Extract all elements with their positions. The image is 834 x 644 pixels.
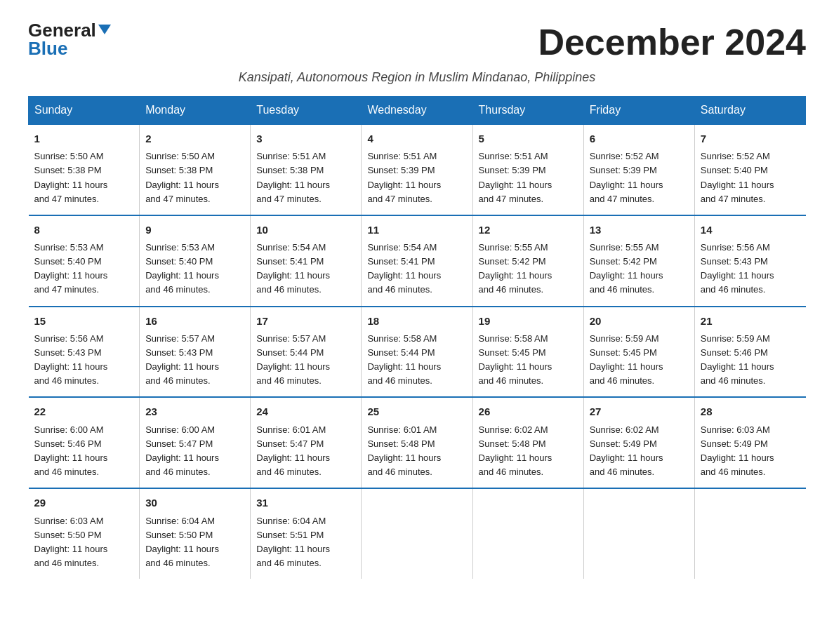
- day-number: 14: [701, 222, 800, 238]
- calendar-cell: 21Sunrise: 5:59 AM Sunset: 5:46 PM Dayli…: [694, 307, 805, 398]
- day-number: 8: [34, 222, 134, 238]
- header-tuesday: Tuesday: [251, 97, 362, 125]
- day-number: 24: [256, 403, 355, 420]
- day-number: 2: [145, 130, 244, 147]
- header-wednesday: Wednesday: [362, 97, 472, 125]
- day-number: 18: [367, 313, 466, 329]
- calendar-cell: 13Sunrise: 5:55 AM Sunset: 5:42 PM Dayli…: [583, 215, 694, 307]
- logo-blue-text: Blue: [28, 39, 67, 58]
- day-number: 22: [34, 403, 134, 420]
- calendar-cell: 17Sunrise: 5:57 AM Sunset: 5:44 PM Dayli…: [251, 307, 362, 398]
- day-info: Sunrise: 6:03 AM Sunset: 5:50 PM Dayligh…: [34, 514, 134, 571]
- day-number: 3: [256, 130, 355, 147]
- calendar-cell: 10Sunrise: 5:54 AM Sunset: 5:41 PM Dayli…: [251, 215, 362, 307]
- header-sunday: Sunday: [29, 97, 140, 125]
- calendar-cell: 12Sunrise: 5:55 AM Sunset: 5:42 PM Dayli…: [472, 215, 583, 307]
- day-info: Sunrise: 5:52 AM Sunset: 5:39 PM Dayligh…: [590, 149, 689, 206]
- day-info: Sunrise: 5:56 AM Sunset: 5:43 PM Dayligh…: [34, 332, 134, 389]
- header-thursday: Thursday: [472, 97, 583, 125]
- day-info: Sunrise: 5:52 AM Sunset: 5:40 PM Dayligh…: [701, 149, 800, 206]
- day-number: 16: [145, 313, 244, 329]
- calendar-cell: [362, 488, 472, 579]
- calendar-cell: 27Sunrise: 6:02 AM Sunset: 5:49 PM Dayli…: [583, 397, 694, 488]
- day-number: 10: [256, 222, 355, 238]
- logo-triangle-icon: [98, 25, 111, 34]
- day-number: 20: [590, 313, 689, 329]
- day-number: 31: [256, 495, 355, 511]
- calendar-cell: 15Sunrise: 5:56 AM Sunset: 5:43 PM Dayli…: [29, 307, 140, 398]
- day-info: Sunrise: 6:02 AM Sunset: 5:49 PM Dayligh…: [590, 423, 689, 480]
- day-info: Sunrise: 6:00 AM Sunset: 5:47 PM Dayligh…: [145, 423, 244, 480]
- calendar-cell: 31Sunrise: 6:04 AM Sunset: 5:51 PM Dayli…: [251, 488, 362, 579]
- calendar-cell: 3Sunrise: 5:51 AM Sunset: 5:38 PM Daylig…: [251, 124, 362, 215]
- calendar-cell: 29Sunrise: 6:03 AM Sunset: 5:50 PM Dayli…: [29, 488, 140, 579]
- calendar-cell: 23Sunrise: 6:00 AM Sunset: 5:47 PM Dayli…: [140, 397, 251, 488]
- calendar-cell: 28Sunrise: 6:03 AM Sunset: 5:49 PM Dayli…: [694, 397, 805, 488]
- day-number: 9: [145, 222, 244, 238]
- header-monday: Monday: [140, 97, 251, 125]
- day-info: Sunrise: 5:56 AM Sunset: 5:43 PM Dayligh…: [701, 241, 800, 297]
- calendar-table: SundayMondayTuesdayWednesdayThursdayFrid…: [28, 96, 806, 579]
- month-title: December 2024: [538, 21, 806, 63]
- calendar-cell: 30Sunrise: 6:04 AM Sunset: 5:50 PM Dayli…: [140, 488, 251, 579]
- day-info: Sunrise: 5:57 AM Sunset: 5:43 PM Dayligh…: [145, 332, 244, 389]
- day-number: 21: [701, 313, 800, 329]
- day-info: Sunrise: 5:50 AM Sunset: 5:38 PM Dayligh…: [145, 149, 244, 206]
- week-row-1: 1Sunrise: 5:50 AM Sunset: 5:38 PM Daylig…: [29, 124, 806, 215]
- calendar-cell: 5Sunrise: 5:51 AM Sunset: 5:39 PM Daylig…: [472, 124, 583, 215]
- calendar-cell: 8Sunrise: 5:53 AM Sunset: 5:40 PM Daylig…: [29, 215, 140, 307]
- header: General Blue December 2024: [28, 21, 806, 63]
- header-saturday: Saturday: [694, 97, 805, 125]
- calendar-cell: 20Sunrise: 5:59 AM Sunset: 5:45 PM Dayli…: [583, 307, 694, 398]
- calendar-cell: 11Sunrise: 5:54 AM Sunset: 5:41 PM Dayli…: [362, 215, 472, 307]
- day-info: Sunrise: 5:58 AM Sunset: 5:44 PM Dayligh…: [367, 332, 466, 389]
- day-number: 11: [367, 222, 466, 238]
- calendar-cell: 7Sunrise: 5:52 AM Sunset: 5:40 PM Daylig…: [694, 124, 805, 215]
- subtitle: Kansipati, Autonomous Region in Muslim M…: [28, 70, 806, 85]
- day-info: Sunrise: 5:51 AM Sunset: 5:39 PM Dayligh…: [367, 149, 466, 206]
- day-info: Sunrise: 5:55 AM Sunset: 5:42 PM Dayligh…: [590, 241, 689, 297]
- day-number: 17: [256, 313, 355, 329]
- day-number: 27: [590, 403, 689, 420]
- day-info: Sunrise: 5:55 AM Sunset: 5:42 PM Dayligh…: [479, 241, 578, 297]
- day-number: 29: [34, 495, 134, 511]
- day-info: Sunrise: 5:59 AM Sunset: 5:46 PM Dayligh…: [701, 332, 800, 389]
- week-row-2: 8Sunrise: 5:53 AM Sunset: 5:40 PM Daylig…: [29, 215, 806, 307]
- day-info: Sunrise: 6:00 AM Sunset: 5:46 PM Dayligh…: [34, 423, 134, 480]
- day-info: Sunrise: 5:51 AM Sunset: 5:39 PM Dayligh…: [479, 149, 578, 206]
- calendar-cell: 16Sunrise: 5:57 AM Sunset: 5:43 PM Dayli…: [140, 307, 251, 398]
- day-info: Sunrise: 5:53 AM Sunset: 5:40 PM Dayligh…: [145, 241, 244, 297]
- day-number: 7: [701, 130, 800, 147]
- day-info: Sunrise: 5:54 AM Sunset: 5:41 PM Dayligh…: [367, 241, 466, 297]
- day-number: 6: [590, 130, 689, 147]
- week-row-3: 15Sunrise: 5:56 AM Sunset: 5:43 PM Dayli…: [29, 307, 806, 398]
- calendar-cell: 25Sunrise: 6:01 AM Sunset: 5:48 PM Dayli…: [362, 397, 472, 488]
- day-info: Sunrise: 5:53 AM Sunset: 5:40 PM Dayligh…: [34, 241, 134, 297]
- calendar-cell: 24Sunrise: 6:01 AM Sunset: 5:47 PM Dayli…: [251, 397, 362, 488]
- day-number: 5: [479, 130, 578, 147]
- calendar-cell: [583, 488, 694, 579]
- calendar-cell: 4Sunrise: 5:51 AM Sunset: 5:39 PM Daylig…: [362, 124, 472, 215]
- day-info: Sunrise: 5:57 AM Sunset: 5:44 PM Dayligh…: [256, 332, 355, 389]
- calendar-cell: 14Sunrise: 5:56 AM Sunset: 5:43 PM Dayli…: [694, 215, 805, 307]
- day-info: Sunrise: 6:01 AM Sunset: 5:47 PM Dayligh…: [256, 423, 355, 480]
- day-info: Sunrise: 6:01 AM Sunset: 5:48 PM Dayligh…: [367, 423, 466, 480]
- logo: General Blue: [28, 21, 111, 58]
- day-number: 1: [34, 130, 134, 147]
- calendar-cell: 6Sunrise: 5:52 AM Sunset: 5:39 PM Daylig…: [583, 124, 694, 215]
- calendar-header-row: SundayMondayTuesdayWednesdayThursdayFrid…: [29, 97, 806, 125]
- week-row-5: 29Sunrise: 6:03 AM Sunset: 5:50 PM Dayli…: [29, 488, 806, 579]
- calendar-cell: 9Sunrise: 5:53 AM Sunset: 5:40 PM Daylig…: [140, 215, 251, 307]
- week-row-4: 22Sunrise: 6:00 AM Sunset: 5:46 PM Dayli…: [29, 397, 806, 488]
- day-number: 23: [145, 403, 244, 420]
- day-info: Sunrise: 6:02 AM Sunset: 5:48 PM Dayligh…: [479, 423, 578, 480]
- logo-general-text: General: [28, 21, 111, 39]
- day-info: Sunrise: 5:54 AM Sunset: 5:41 PM Dayligh…: [256, 241, 355, 297]
- day-info: Sunrise: 5:58 AM Sunset: 5:45 PM Dayligh…: [479, 332, 578, 389]
- day-number: 13: [590, 222, 689, 238]
- day-info: Sunrise: 6:04 AM Sunset: 5:50 PM Dayligh…: [145, 514, 244, 571]
- day-number: 15: [34, 313, 134, 329]
- calendar-cell: 18Sunrise: 5:58 AM Sunset: 5:44 PM Dayli…: [362, 307, 472, 398]
- calendar-cell: 22Sunrise: 6:00 AM Sunset: 5:46 PM Dayli…: [29, 397, 140, 488]
- calendar-cell: 1Sunrise: 5:50 AM Sunset: 5:38 PM Daylig…: [29, 124, 140, 215]
